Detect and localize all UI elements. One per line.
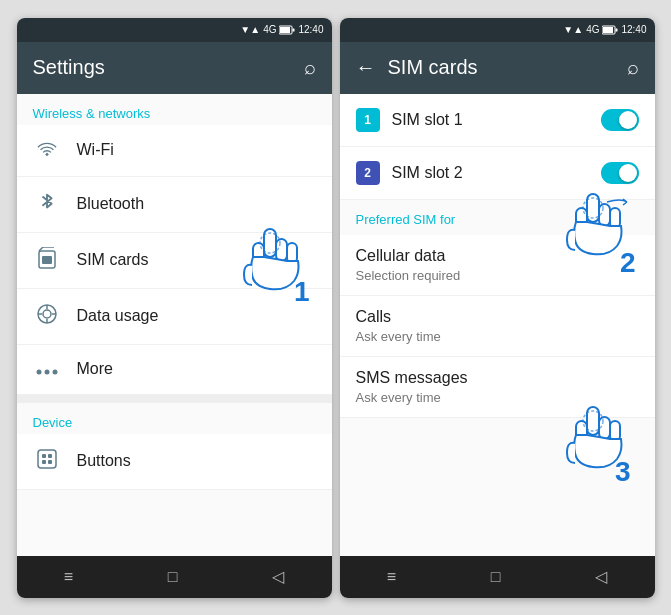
- right-status-bar: ▼▲ 4G 12:40: [340, 18, 655, 42]
- settings-content: Wireless & networks Wi-Fi Bluetooth: [17, 94, 332, 556]
- sms-subtitle: Ask every time: [356, 390, 639, 405]
- wifi-icon: [33, 139, 61, 162]
- wifi-label: Wi-Fi: [77, 141, 114, 159]
- svg-rect-2: [293, 28, 295, 31]
- more-label: More: [77, 360, 113, 378]
- sim-2-toggle[interactable]: [601, 162, 639, 184]
- network-type: 4G: [263, 24, 276, 35]
- settings-title: Settings: [33, 56, 292, 79]
- more-item[interactable]: More: [17, 345, 332, 395]
- sim-1-toggle[interactable]: [601, 109, 639, 131]
- sim-cards-title: SIM cards: [388, 56, 615, 79]
- data-usage-label: Data usage: [77, 307, 159, 325]
- sim-1-badge: 1: [356, 108, 380, 132]
- right-battery-icon: [602, 25, 618, 35]
- right-search-icon[interactable]: ⌕: [627, 56, 639, 79]
- calls-subtitle: Ask every time: [356, 329, 639, 344]
- more-icon: [33, 359, 61, 380]
- left-status-bar: ▼▲ 4G 12:40: [17, 18, 332, 42]
- calls-row[interactable]: Calls Ask every time: [340, 296, 655, 357]
- wifi-item[interactable]: Wi-Fi: [17, 125, 332, 177]
- bluetooth-icon: [33, 191, 61, 218]
- sms-row[interactable]: SMS messages Ask every time: [340, 357, 655, 418]
- right-nav-back[interactable]: ◁: [595, 567, 607, 586]
- svg-rect-22: [603, 27, 613, 33]
- data-usage-icon: [33, 303, 61, 330]
- svg-rect-14: [48, 460, 52, 464]
- back-button[interactable]: ←: [356, 56, 376, 79]
- right-nav-menu[interactable]: ≡: [387, 568, 396, 586]
- svg-point-6: [43, 310, 51, 318]
- left-phone: ▼▲ 4G 12:40 Settings ⌕ Wireless & networ…: [17, 18, 332, 598]
- right-nav-bar: ≡ □ ◁: [340, 556, 655, 598]
- right-status-icons: ▼▲ 4G 12:40: [563, 24, 646, 35]
- buttons-item[interactable]: Buttons: [17, 434, 332, 490]
- calls-title: Calls: [356, 308, 639, 326]
- svg-point-9: [52, 369, 57, 374]
- svg-rect-4: [42, 256, 52, 264]
- svg-rect-12: [48, 454, 52, 458]
- search-icon[interactable]: ⌕: [304, 56, 316, 79]
- right-nav-home[interactable]: □: [491, 568, 501, 586]
- svg-text:3: 3: [615, 456, 631, 487]
- status-icons: ▼▲ 4G 12:40: [240, 24, 323, 35]
- wireless-networks-header: Wireless & networks: [17, 94, 332, 125]
- buttons-label: Buttons: [77, 452, 131, 470]
- sim-icon: [33, 247, 61, 274]
- svg-point-7: [36, 369, 41, 374]
- sim-slot-2-label: SIM slot 2: [392, 164, 589, 182]
- nav-home[interactable]: □: [168, 568, 178, 586]
- bluetooth-item[interactable]: Bluetooth: [17, 177, 332, 233]
- left-nav-bar: ≡ □ ◁: [17, 556, 332, 598]
- left-app-bar: Settings ⌕: [17, 42, 332, 94]
- nav-back[interactable]: ◁: [272, 567, 284, 586]
- sim-cards-item[interactable]: SIM cards: [17, 233, 332, 289]
- sim-slot-1-label: SIM slot 1: [392, 111, 589, 129]
- sim-2-badge: 2: [356, 161, 380, 185]
- cellular-data-row[interactable]: Cellular data Selection required: [340, 235, 655, 296]
- data-usage-item[interactable]: Data usage: [17, 289, 332, 345]
- svg-rect-13: [42, 460, 46, 464]
- svg-rect-10: [38, 450, 56, 468]
- bluetooth-label: Bluetooth: [77, 195, 145, 213]
- sim-cards-content: 1 SIM slot 1 2 SIM slot 2 Preferred SIM …: [340, 94, 655, 556]
- svg-point-8: [44, 369, 49, 374]
- sim-cards-label: SIM cards: [77, 251, 149, 269]
- time-display: 12:40: [298, 24, 323, 35]
- sim-slot-2-row[interactable]: 2 SIM slot 2: [340, 147, 655, 200]
- svg-rect-11: [42, 454, 46, 458]
- svg-rect-1: [280, 27, 290, 33]
- battery-icon: [279, 25, 295, 35]
- cellular-data-subtitle: Selection required: [356, 268, 639, 283]
- right-network-type: 4G: [586, 24, 599, 35]
- buttons-icon: [33, 448, 61, 475]
- svg-rect-23: [616, 28, 618, 31]
- section-divider: [17, 395, 332, 403]
- svg-rect-33: [576, 421, 587, 443]
- signal-icon: ▼▲: [240, 24, 260, 35]
- right-app-bar: ← SIM cards ⌕: [340, 42, 655, 94]
- sms-title: SMS messages: [356, 369, 639, 387]
- svg-rect-31: [599, 417, 610, 439]
- right-signal-icon: ▼▲: [563, 24, 583, 35]
- device-header: Device: [17, 403, 332, 434]
- svg-rect-32: [610, 421, 620, 441]
- right-time-display: 12:40: [621, 24, 646, 35]
- preferred-sim-header: Preferred SIM for: [340, 200, 655, 235]
- cellular-data-title: Cellular data: [356, 247, 639, 265]
- sim-slot-1-row[interactable]: 1 SIM slot 1: [340, 94, 655, 147]
- nav-menu[interactable]: ≡: [64, 568, 73, 586]
- right-phone: ▼▲ 4G 12:40 ← SIM cards ⌕ 1 SIM slot 1: [340, 18, 655, 598]
